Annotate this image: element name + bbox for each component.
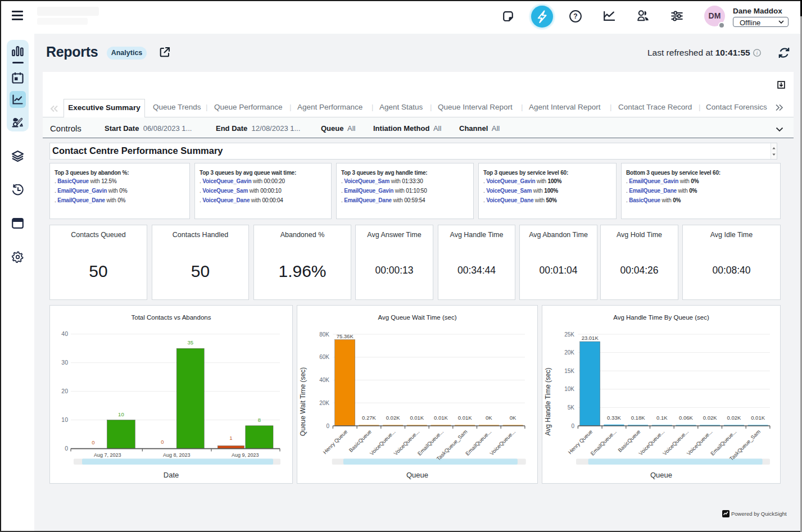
svg-text:0.01K: 0.01K: [751, 415, 765, 421]
svg-text:80K: 80K: [319, 331, 329, 338]
svg-text:Queue: Queue: [406, 471, 428, 479]
svg-text:0.02K: 0.02K: [727, 415, 741, 421]
svg-text:Aug 9, 2023: Aug 9, 2023: [232, 452, 259, 458]
svg-text:0: 0: [65, 445, 68, 452]
svg-text:Henry Queue: Henry Queue: [321, 429, 348, 456]
svg-text:0.01K: 0.01K: [410, 415, 424, 421]
svg-text:Total Contacts vs Abandons: Total Contacts vs Abandons: [132, 314, 211, 321]
svg-text:35: 35: [187, 339, 193, 345]
svg-text:10: 10: [61, 416, 68, 423]
svg-text:1: 1: [229, 435, 232, 441]
svg-text:10K: 10K: [564, 386, 574, 392]
svg-text:BasicQueue: BasicQueue: [617, 429, 641, 453]
svg-text:10: 10: [118, 411, 124, 417]
svg-text:Aug 7, 2023: Aug 7, 2023: [94, 452, 121, 458]
svg-text:60K: 60K: [319, 354, 329, 360]
svg-text:Queue: Queue: [650, 471, 672, 479]
svg-text:?: ?: [573, 12, 577, 20]
svg-text:0.06K: 0.06K: [679, 415, 693, 421]
svg-text:30: 30: [61, 359, 68, 366]
svg-text:0.18K: 0.18K: [631, 415, 645, 421]
svg-text:0.27K: 0.27K: [362, 415, 376, 421]
svg-text:40: 40: [61, 330, 68, 337]
svg-text:20: 20: [61, 388, 68, 394]
svg-text:Avg Handle Time (sec): Avg Handle Time (sec): [544, 367, 552, 435]
svg-text:Avg Handle Time By Queue (sec): Avg Handle Time By Queue (sec): [613, 314, 709, 321]
svg-text:0K: 0K: [510, 415, 516, 421]
svg-text:0: 0: [161, 439, 164, 445]
svg-text:25K: 25K: [564, 331, 574, 338]
svg-text:EmailQueue...: EmailQueue...: [589, 429, 617, 457]
svg-text:Avg Queue Wait Time (sec): Avg Queue Wait Time (sec): [378, 314, 457, 321]
svg-text:i: i: [756, 50, 758, 56]
svg-text:8: 8: [258, 417, 261, 423]
svg-text:40K: 40K: [319, 377, 329, 383]
svg-text:Queue Wait Time (sec): Queue Wait Time (sec): [299, 367, 307, 436]
svg-text:0.01K: 0.01K: [434, 415, 448, 421]
svg-text:0: 0: [571, 423, 574, 429]
svg-text:0: 0: [92, 439, 94, 445]
svg-text:23.01K: 23.01K: [582, 335, 599, 341]
svg-text:0.02K: 0.02K: [703, 415, 717, 421]
svg-text:0K: 0K: [486, 415, 492, 421]
svg-text:5K: 5K: [568, 404, 575, 411]
svg-text:0.1K: 0.1K: [656, 415, 668, 421]
svg-text:Henry Queue: Henry Queue: [567, 429, 593, 456]
svg-text:0.02K: 0.02K: [386, 415, 400, 421]
svg-text:VoiceQueue...: VoiceQueue...: [488, 429, 516, 457]
svg-text:0.01K: 0.01K: [458, 415, 472, 421]
svg-text:0: 0: [326, 423, 329, 429]
svg-text:Date: Date: [164, 471, 179, 479]
svg-text:20K: 20K: [319, 400, 329, 406]
svg-text:Aug 8, 2023: Aug 8, 2023: [163, 452, 191, 458]
svg-text:BasicQueue: BasicQueue: [347, 429, 372, 453]
svg-text:0.33K: 0.33K: [607, 415, 621, 421]
svg-text:15K: 15K: [564, 368, 574, 374]
svg-text:75.36K: 75.36K: [337, 333, 354, 339]
svg-text:20K: 20K: [564, 349, 574, 356]
